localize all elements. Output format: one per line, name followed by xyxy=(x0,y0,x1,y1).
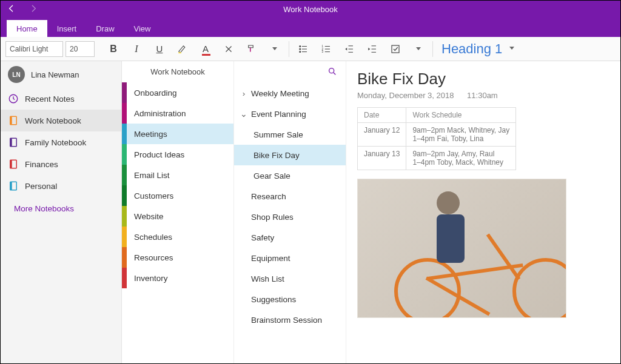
page-item[interactable]: Equipment xyxy=(234,248,346,268)
pages-column: ›Weekly Meeting⌄Event PlanningSummer Sal… xyxy=(234,61,346,363)
page-item[interactable]: Suggestions xyxy=(234,289,346,309)
section-color-tab xyxy=(122,247,127,268)
schedule-table[interactable]: Date Work Schedule January 129am–2pm Mac… xyxy=(357,107,516,170)
sections-column: Work Notebook OnboardingAdministrationMe… xyxy=(122,61,234,363)
section-item[interactable]: Schedules xyxy=(122,227,233,247)
notebook-icon xyxy=(8,180,19,191)
chevron-down-icon: ⌄ xyxy=(240,109,247,119)
page-label: Safety xyxy=(251,233,274,242)
font-color-button[interactable]: A xyxy=(195,40,216,58)
section-color-tab xyxy=(122,103,127,124)
paragraph-more-button[interactable] xyxy=(408,40,429,58)
tab-draw[interactable]: Draw xyxy=(86,20,124,37)
clear-format-button[interactable] xyxy=(218,40,239,58)
page-label: Weekly Meeting xyxy=(251,89,309,98)
section-label: Website xyxy=(127,212,164,221)
note-meta: Monday, December 3, 2018 11:30am xyxy=(357,91,609,100)
sections-header: Work Notebook xyxy=(122,61,233,82)
font-name-select[interactable]: Calibri Light xyxy=(5,41,63,57)
note-date: Monday, December 3, 2018 xyxy=(357,91,454,100)
page-item[interactable]: Brainstorm Session xyxy=(234,309,346,330)
svg-text:3: 3 xyxy=(322,50,324,53)
format-painter-button[interactable] xyxy=(241,40,262,58)
table-row[interactable]: January 139am–2pm Jay, Amy, Raul1–4pm To… xyxy=(358,147,516,170)
todo-tag-button[interactable] xyxy=(385,40,406,58)
page-label: Wish List xyxy=(251,274,284,283)
embedded-photo[interactable] xyxy=(357,179,566,318)
cell-schedule: 9am–2pm Jay, Amy, Raul1–4pm Toby, Mack, … xyxy=(406,147,516,170)
forward-button[interactable] xyxy=(29,4,38,15)
cell-date: January 13 xyxy=(358,147,406,170)
page-item[interactable]: Wish List xyxy=(234,268,346,289)
svg-point-2 xyxy=(300,48,301,50)
page-label: Suggestions xyxy=(251,295,296,304)
section-item[interactable]: Product Ideas xyxy=(122,144,233,165)
bold-button[interactable]: B xyxy=(103,40,124,58)
page-item[interactable]: Summer Sale xyxy=(234,124,346,145)
recent-notes-item[interactable]: Recent Notes xyxy=(1,88,121,110)
svg-rect-0 xyxy=(178,52,181,53)
cell-date: January 12 xyxy=(358,123,406,147)
back-button[interactable] xyxy=(7,4,16,15)
page-item[interactable]: Safety xyxy=(234,227,346,248)
notebook-item[interactable]: Family Notebook xyxy=(1,131,121,153)
notebook-item[interactable]: Work Notebook xyxy=(1,110,121,131)
svg-point-1 xyxy=(300,45,301,47)
notebook-label: Family Notebook xyxy=(25,138,86,147)
page-item[interactable]: Shop Rules xyxy=(234,207,346,227)
section-color-tab xyxy=(122,82,127,103)
note-canvas[interactable]: Bike Fix Day Monday, December 3, 2018 11… xyxy=(346,61,620,363)
outdent-button[interactable] xyxy=(339,40,360,58)
section-item[interactable]: Email List xyxy=(122,165,233,185)
notebook-item[interactable]: Finances xyxy=(1,153,121,175)
table-row[interactable]: January 129am–2pm Mack, Whitney, Jay1–4p… xyxy=(358,123,516,147)
section-label: Meetings xyxy=(127,130,167,139)
section-item[interactable]: Meetings xyxy=(122,124,233,144)
section-item[interactable]: Onboarding xyxy=(122,82,233,103)
section-item[interactable]: Resources xyxy=(122,247,233,268)
style-picker[interactable]: Heading 1 xyxy=(441,41,514,57)
title-bar: Work Notebook xyxy=(1,1,620,18)
indent-button[interactable] xyxy=(362,40,383,58)
svg-rect-16 xyxy=(10,182,12,190)
underline-button[interactable]: U xyxy=(149,40,170,58)
notebook-icon xyxy=(8,159,19,170)
ribbon-tabs: Home Insert Draw View xyxy=(1,18,620,37)
cell-schedule: 9am–2pm Mack, Whitney, Jay1–4pm Fai, Tob… xyxy=(406,123,516,147)
chevron-right-icon: › xyxy=(240,89,247,98)
tab-view[interactable]: View xyxy=(124,20,161,37)
more-notebooks-link[interactable]: More Notebooks xyxy=(1,197,121,220)
page-item[interactable]: Bike Fix Day xyxy=(234,145,346,165)
section-color-tab xyxy=(122,206,127,227)
notebook-label: Finances xyxy=(25,160,58,169)
section-label: Email List xyxy=(127,171,170,180)
section-color-tab xyxy=(122,268,127,288)
number-list-button[interactable]: 123 xyxy=(316,40,337,58)
page-item[interactable]: ›Weekly Meeting xyxy=(234,83,346,104)
svg-rect-14 xyxy=(10,160,12,168)
format-more-button[interactable] xyxy=(264,40,285,58)
notebook-item[interactable]: Personal xyxy=(1,175,121,197)
ribbon: Calibri Light 20 B I U A 123 Heading 1 xyxy=(1,37,620,61)
clock-icon xyxy=(8,93,19,104)
note-title[interactable]: Bike Fix Day xyxy=(357,70,609,88)
bullet-list-button[interactable] xyxy=(293,40,314,58)
page-item[interactable]: Gear Sale xyxy=(234,165,346,186)
highlight-button[interactable] xyxy=(172,40,193,58)
page-item[interactable]: ⌄Event Planning xyxy=(234,104,346,124)
section-item[interactable]: Inventory xyxy=(122,268,233,288)
page-item[interactable]: Research xyxy=(234,186,346,207)
tab-insert[interactable]: Insert xyxy=(47,20,87,37)
section-item[interactable]: Administration xyxy=(122,103,233,124)
section-item[interactable]: Website xyxy=(122,206,233,227)
section-item[interactable]: Customers xyxy=(122,185,233,206)
note-time: 11:30am xyxy=(467,91,498,100)
user-account-row[interactable]: LN Lina Newman xyxy=(1,61,121,88)
section-label: Inventory xyxy=(127,274,168,283)
font-size-select[interactable]: 20 xyxy=(65,41,95,57)
notebook-label: Work Notebook xyxy=(25,116,81,125)
search-icon[interactable] xyxy=(327,67,337,78)
italic-button[interactable]: I xyxy=(126,40,147,58)
tab-home[interactable]: Home xyxy=(7,20,47,37)
svg-point-3 xyxy=(300,51,301,52)
